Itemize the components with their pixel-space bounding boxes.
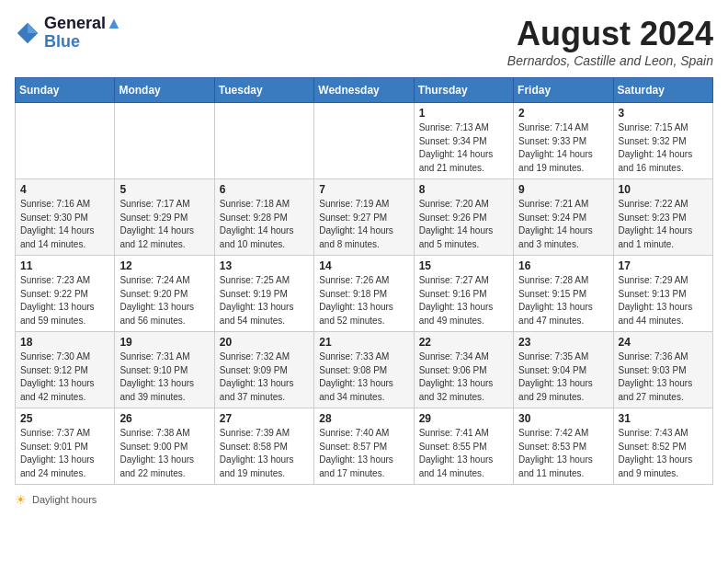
calendar-cell: 4Sunrise: 7:16 AM Sunset: 9:30 PM Daylig… — [16, 179, 115, 256]
day-info: Sunrise: 7:23 AM Sunset: 9:22 PM Dayligh… — [20, 274, 109, 327]
day-info: Sunrise: 7:43 AM Sunset: 8:52 PM Dayligh… — [619, 427, 708, 480]
day-info: Sunrise: 7:28 AM Sunset: 9:15 PM Dayligh… — [518, 274, 608, 327]
day-number: 8 — [419, 183, 508, 196]
day-number: 12 — [119, 259, 209, 272]
day-info: Sunrise: 7:39 AM Sunset: 8:58 PM Dayligh… — [220, 427, 309, 480]
calendar-cell — [214, 103, 313, 179]
calendar-cell: 18Sunrise: 7:30 AM Sunset: 9:12 PM Dayli… — [16, 332, 115, 408]
day-number: 30 — [518, 412, 608, 425]
logo: General▲ Blue — [15, 15, 122, 52]
day-info: Sunrise: 7:34 AM Sunset: 9:06 PM Dayligh… — [419, 350, 508, 404]
calendar-table: SundayMondayTuesdayWednesdayThursdayFrid… — [15, 77, 713, 485]
day-info: Sunrise: 7:42 AM Sunset: 8:53 PM Dayligh… — [518, 427, 608, 480]
day-number: 28 — [319, 412, 408, 425]
calendar-cell: 22Sunrise: 7:34 AM Sunset: 9:06 PM Dayli… — [414, 332, 513, 408]
day-info: Sunrise: 7:27 AM Sunset: 9:16 PM Dayligh… — [419, 274, 508, 327]
calendar-cell: 6Sunrise: 7:18 AM Sunset: 9:28 PM Daylig… — [214, 179, 313, 256]
day-number: 3 — [619, 107, 708, 120]
day-number: 2 — [518, 107, 608, 120]
day-info: Sunrise: 7:29 AM Sunset: 9:13 PM Dayligh… — [619, 274, 708, 327]
day-of-week-header: Sunday — [16, 78, 115, 103]
day-number: 31 — [619, 412, 708, 425]
day-number: 18 — [20, 336, 109, 349]
location-subtitle: Bernardos, Castille and Leon, Spain — [507, 53, 713, 68]
calendar-cell: 23Sunrise: 7:35 AM Sunset: 9:04 PM Dayli… — [514, 332, 613, 408]
day-of-week-header: Thursday — [414, 78, 513, 103]
day-info: Sunrise: 7:19 AM Sunset: 9:27 PM Dayligh… — [319, 198, 408, 251]
calendar-cell: 24Sunrise: 7:36 AM Sunset: 9:03 PM Dayli… — [613, 332, 712, 408]
day-number: 9 — [518, 183, 608, 196]
day-number: 23 — [518, 336, 608, 349]
day-number: 17 — [619, 259, 708, 272]
calendar-cell: 10Sunrise: 7:22 AM Sunset: 9:23 PM Dayli… — [613, 179, 712, 256]
calendar-cell: 21Sunrise: 7:33 AM Sunset: 9:08 PM Dayli… — [314, 332, 414, 408]
svg-marker-1 — [28, 23, 38, 33]
day-number: 20 — [220, 336, 309, 349]
calendar-cell: 17Sunrise: 7:29 AM Sunset: 9:13 PM Dayli… — [613, 256, 712, 332]
calendar-cell: 3Sunrise: 7:15 AM Sunset: 9:32 PM Daylig… — [613, 103, 712, 179]
day-info: Sunrise: 7:31 AM Sunset: 9:10 PM Dayligh… — [119, 350, 209, 404]
day-info: Sunrise: 7:15 AM Sunset: 9:32 PM Dayligh… — [619, 121, 708, 175]
day-info: Sunrise: 7:32 AM Sunset: 9:09 PM Dayligh… — [220, 350, 309, 404]
calendar-cell — [16, 103, 115, 179]
day-info: Sunrise: 7:37 AM Sunset: 9:01 PM Dayligh… — [20, 427, 109, 480]
day-number: 29 — [419, 412, 508, 425]
day-of-week-header: Tuesday — [214, 78, 313, 103]
day-number: 1 — [419, 107, 508, 120]
day-info: Sunrise: 7:17 AM Sunset: 9:29 PM Dayligh… — [119, 198, 209, 251]
day-info: Sunrise: 7:26 AM Sunset: 9:18 PM Dayligh… — [319, 274, 408, 327]
day-of-week-header: Wednesday — [314, 78, 414, 103]
daylight-hours-label: Daylight hours — [32, 494, 97, 505]
day-number: 16 — [518, 259, 608, 272]
calendar-week-row: 11Sunrise: 7:23 AM Sunset: 9:22 PM Dayli… — [16, 256, 713, 332]
logo-text: General▲ Blue — [44, 15, 122, 52]
day-info: Sunrise: 7:38 AM Sunset: 9:00 PM Dayligh… — [119, 427, 209, 480]
calendar-cell: 20Sunrise: 7:32 AM Sunset: 9:09 PM Dayli… — [214, 332, 313, 408]
day-info: Sunrise: 7:35 AM Sunset: 9:04 PM Dayligh… — [518, 350, 608, 404]
calendar-cell: 16Sunrise: 7:28 AM Sunset: 9:15 PM Dayli… — [514, 256, 613, 332]
calendar-cell — [115, 103, 214, 179]
day-info: Sunrise: 7:36 AM Sunset: 9:03 PM Dayligh… — [619, 350, 708, 404]
calendar-cell: 26Sunrise: 7:38 AM Sunset: 9:00 PM Dayli… — [115, 408, 214, 485]
day-number: 6 — [220, 183, 309, 196]
day-info: Sunrise: 7:21 AM Sunset: 9:24 PM Dayligh… — [518, 198, 608, 251]
page-header: General▲ Blue August 2024 Bernardos, Cas… — [15, 15, 713, 68]
calendar-cell: 11Sunrise: 7:23 AM Sunset: 9:22 PM Dayli… — [16, 256, 115, 332]
day-info: Sunrise: 7:14 AM Sunset: 9:33 PM Dayligh… — [518, 121, 608, 175]
sun-icon: ☀ — [15, 492, 27, 507]
calendar-cell: 13Sunrise: 7:25 AM Sunset: 9:19 PM Dayli… — [214, 256, 313, 332]
day-number: 13 — [220, 259, 309, 272]
calendar-cell: 8Sunrise: 7:20 AM Sunset: 9:26 PM Daylig… — [414, 179, 513, 256]
day-number: 15 — [419, 259, 508, 272]
day-info: Sunrise: 7:24 AM Sunset: 9:20 PM Dayligh… — [119, 274, 209, 327]
day-number: 11 — [20, 259, 109, 272]
day-of-week-header: Saturday — [613, 78, 712, 103]
calendar-cell: 25Sunrise: 7:37 AM Sunset: 9:01 PM Dayli… — [16, 408, 115, 485]
calendar-cell: 14Sunrise: 7:26 AM Sunset: 9:18 PM Dayli… — [314, 256, 414, 332]
calendar-cell: 28Sunrise: 7:40 AM Sunset: 8:57 PM Dayli… — [314, 408, 414, 485]
day-number: 22 — [419, 336, 508, 349]
day-number: 24 — [619, 336, 708, 349]
day-number: 21 — [319, 336, 408, 349]
calendar-cell: 19Sunrise: 7:31 AM Sunset: 9:10 PM Dayli… — [115, 332, 214, 408]
day-number: 27 — [220, 412, 309, 425]
calendar-cell: 9Sunrise: 7:21 AM Sunset: 9:24 PM Daylig… — [514, 179, 613, 256]
calendar-cell: 12Sunrise: 7:24 AM Sunset: 9:20 PM Dayli… — [115, 256, 214, 332]
calendar-week-row: 1Sunrise: 7:13 AM Sunset: 9:34 PM Daylig… — [16, 103, 713, 179]
calendar-cell: 1Sunrise: 7:13 AM Sunset: 9:34 PM Daylig… — [414, 103, 513, 179]
calendar-cell: 5Sunrise: 7:17 AM Sunset: 9:29 PM Daylig… — [115, 179, 214, 256]
day-number: 7 — [319, 183, 408, 196]
day-info: Sunrise: 7:40 AM Sunset: 8:57 PM Dayligh… — [319, 427, 408, 480]
calendar-cell: 31Sunrise: 7:43 AM Sunset: 8:52 PM Dayli… — [613, 408, 712, 485]
calendar-cell: 27Sunrise: 7:39 AM Sunset: 8:58 PM Dayli… — [214, 408, 313, 485]
calendar-cell — [314, 103, 414, 179]
day-info: Sunrise: 7:13 AM Sunset: 9:34 PM Dayligh… — [419, 121, 508, 175]
day-of-week-header: Monday — [115, 78, 214, 103]
month-year-title: August 2024 — [507, 15, 713, 53]
calendar-cell: 7Sunrise: 7:19 AM Sunset: 9:27 PM Daylig… — [314, 179, 414, 256]
day-info: Sunrise: 7:22 AM Sunset: 9:23 PM Dayligh… — [619, 198, 708, 251]
title-block: August 2024 Bernardos, Castille and Leon… — [507, 15, 713, 68]
day-of-week-header: Friday — [514, 78, 613, 103]
day-info: Sunrise: 7:16 AM Sunset: 9:30 PM Dayligh… — [20, 198, 109, 251]
footer-note: ☀ Daylight hours — [15, 492, 713, 507]
